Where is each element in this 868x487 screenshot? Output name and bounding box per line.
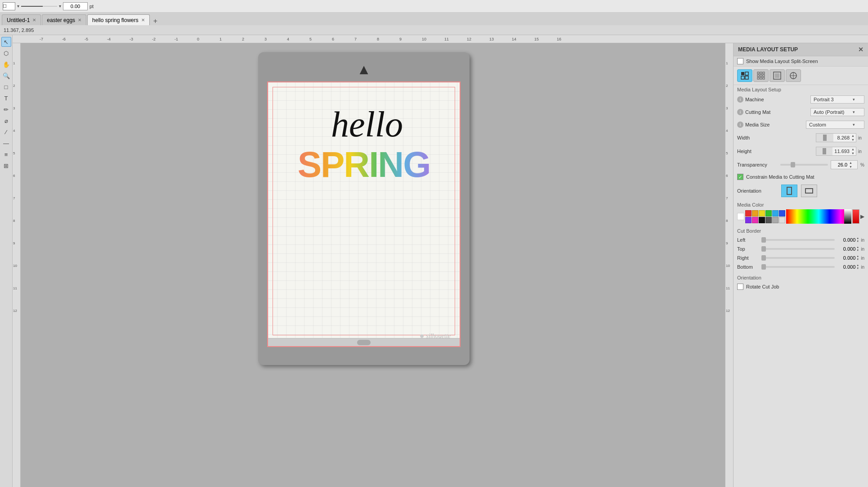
color-swatch-white[interactable] (737, 213, 744, 220)
color-swatch-orange[interactable] (752, 210, 758, 216)
rotate-checkbox[interactable] (737, 284, 743, 290)
cut-border-right-arrows[interactable]: ▲ ▼ (856, 255, 859, 261)
width-down[interactable]: ▼ (851, 138, 856, 142)
cut-border-left-slider[interactable] (761, 239, 835, 241)
tab-easter-eggs-close[interactable]: ✕ (78, 18, 81, 23)
color-swatch-pink[interactable] (752, 217, 758, 223)
cut-border-right-slider[interactable] (761, 257, 835, 259)
panel-tab-grid[interactable] (753, 69, 769, 82)
height-row: Height 11.693 ▲ ▼ (734, 144, 868, 158)
color-swatch-green[interactable] (765, 210, 772, 216)
stroke-width-slider[interactable] (21, 6, 57, 7)
cutting-mat-dropdown[interactable]: Auto (Portrait) ▾ (810, 108, 864, 116)
transparency-arrows[interactable]: ▲ ▼ (849, 161, 854, 169)
width-up[interactable]: ▲ (851, 134, 856, 138)
shape-selector[interactable]: □ (3, 2, 15, 10)
transparency-slider[interactable] (780, 164, 828, 166)
width-arrows[interactable]: ▲ ▼ (851, 134, 856, 142)
stroke-dropdown-arrow[interactable]: ▾ (59, 4, 61, 9)
shape-dropdown-arrow[interactable]: ▾ (17, 4, 19, 9)
panel-tab-reg[interactable] (786, 69, 801, 82)
tool-extra2[interactable]: ⊞ (1, 161, 11, 171)
transparency-down[interactable]: ▼ (849, 165, 854, 169)
tool-zoom[interactable]: 🔍 (1, 71, 11, 81)
color-swatch-black[interactable] (759, 217, 765, 223)
device-scroll-bar[interactable] (268, 338, 460, 346)
machine-dropdown[interactable]: Portrait 3 ▾ (810, 95, 864, 104)
color-swatch-gray[interactable] (772, 217, 779, 223)
cutting-mat-info-icon[interactable]: i (737, 109, 743, 115)
cut-border-bottom-slider[interactable] (761, 266, 835, 268)
height-up[interactable]: ▲ (851, 147, 856, 151)
tool-knife[interactable]: ∕ (1, 127, 11, 137)
unit-label: pt (89, 4, 94, 9)
width-thumb[interactable] (823, 135, 827, 141)
cut-border-left-arrows[interactable]: ▲ ▼ (856, 237, 859, 243)
orientation-landscape-button[interactable] (801, 185, 817, 197)
cut-border-bottom-thumb[interactable] (761, 264, 766, 270)
panel-tab-layout[interactable] (737, 69, 752, 82)
cursor-coords: 11.367, 2.895 (4, 27, 34, 33)
height-down[interactable]: ▼ (851, 151, 856, 155)
add-tab-button[interactable]: + (151, 17, 160, 25)
orientation-portrait-button[interactable] (781, 185, 797, 197)
show-media-checkbox[interactable] (737, 58, 743, 64)
width-input[interactable]: 8.268 ▲ ▼ (816, 133, 856, 142)
transparency-up[interactable]: ▲ (849, 161, 854, 165)
color-result-swatch[interactable] (852, 209, 859, 224)
cut-border-left-label: Left (737, 237, 760, 243)
machine-info-icon[interactable]: i (737, 96, 743, 103)
tool-measure[interactable]: — (1, 138, 11, 148)
color-swatch-red[interactable] (745, 210, 752, 216)
tool-extra1[interactable]: ≡ (1, 149, 11, 159)
transparency-thumb[interactable] (791, 162, 795, 167)
tool-text[interactable]: T (1, 93, 11, 103)
canvas-area[interactable]: 1 2 3 4 5 6 7 8 9 10 11 12 (13, 43, 733, 487)
cut-border-top-thumb[interactable] (761, 246, 766, 252)
cut-border-top-slider[interactable] (761, 248, 835, 250)
panel-tab-bleed[interactable] (770, 69, 785, 82)
orientation-row: Orientation (734, 182, 868, 199)
height-track[interactable] (816, 147, 832, 155)
cut-border-top-arrows[interactable]: ▲ ▼ (856, 246, 859, 252)
tab-untitled-close[interactable]: ✕ (32, 18, 36, 23)
cut-border-right-thumb[interactable] (761, 255, 766, 261)
color-gradient-picker[interactable] (786, 209, 851, 224)
machine-value: Portrait 3 ▾ (780, 95, 864, 104)
cut-border-bottom-arrows[interactable]: ▲ ▼ (856, 264, 859, 270)
media-size-info-icon[interactable]: i (737, 122, 743, 128)
color-swatch-purple[interactable] (745, 217, 752, 223)
tab-easter-eggs[interactable]: easter eggs ✕ (42, 14, 86, 25)
orientation-label: Orientation (737, 188, 778, 194)
transparency-input[interactable]: 26.0 ▲ ▼ (831, 160, 858, 169)
hue-gradient[interactable] (786, 209, 851, 224)
height-arrows[interactable]: ▲ ▼ (851, 147, 856, 155)
color-arrow[interactable]: ▶ (860, 213, 864, 220)
panel-close-button[interactable]: ✕ (858, 46, 864, 53)
constrain-checkbox[interactable]: ✓ (737, 174, 743, 180)
tool-select[interactable]: ↖ (1, 37, 11, 47)
tab-untitled[interactable]: Untitled-1 ✕ (2, 14, 41, 25)
tool-pan[interactable]: ✋ (1, 59, 11, 69)
position-x-input[interactable] (63, 2, 88, 10)
cut-border-right-unit: in (861, 256, 864, 261)
device-screen[interactable]: hello SPRING (267, 81, 461, 347)
tab-easter-eggs-label: easter eggs (47, 17, 75, 23)
tool-shape[interactable]: □ (1, 82, 11, 92)
height-thumb[interactable] (823, 148, 826, 154)
color-swatch-blue[interactable] (779, 210, 785, 216)
tool-draw[interactable]: ✏ (1, 104, 11, 114)
color-swatch-yellow[interactable] (759, 210, 765, 216)
tool-node[interactable]: ⬡ (1, 48, 11, 58)
tab-hello-spring-close[interactable]: ✕ (141, 18, 145, 23)
media-size-dropdown[interactable]: Custom ▾ (806, 121, 864, 129)
width-track[interactable] (816, 134, 833, 142)
tab-hello-spring[interactable]: hello spring flowers ✕ (87, 14, 150, 25)
color-swatch-lightgray[interactable] (779, 217, 785, 223)
color-swatch-darkgray[interactable] (765, 217, 772, 223)
tool-brush[interactable]: ⌀ (1, 116, 11, 126)
cut-border-left-thumb[interactable] (761, 237, 766, 243)
height-input[interactable]: 11.693 ▲ ▼ (816, 147, 856, 156)
color-swatch-teal[interactable] (772, 210, 779, 216)
brightness-gradient[interactable] (844, 209, 851, 224)
